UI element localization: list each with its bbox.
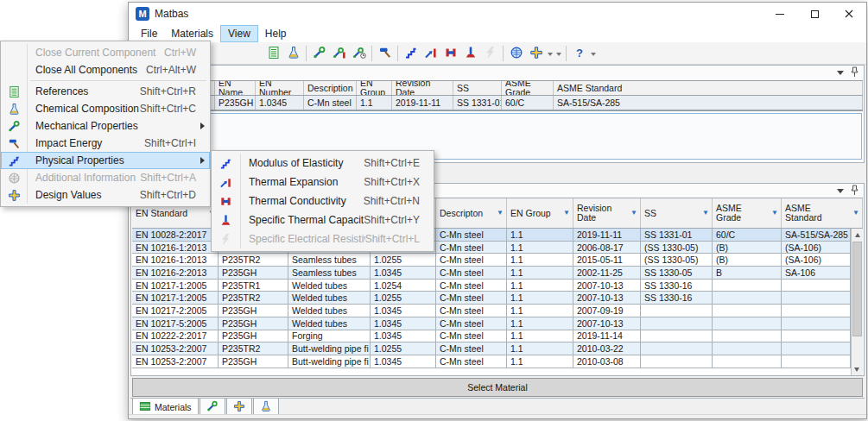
toolbar-dropdown-chevron-icon[interactable] [554,44,563,63]
menu-item-impact-energy[interactable]: Impact EnergyShift+Ctrl+I [1,135,210,152]
column-header-description[interactable]: Description [304,81,357,95]
references-button[interactable] [263,44,283,63]
pin-icon[interactable] [851,185,858,198]
column-header-descripton[interactable]: Descripton▼ [436,198,507,228]
thermal-expansion-button[interactable] [421,44,440,63]
close-button[interactable] [832,3,866,25]
menubar-item-file[interactable]: File [134,25,164,42]
filter-dropdown-icon[interactable]: ▼ [563,210,570,217]
column-header-asme-grade[interactable]: ASME Grade▼ [713,198,782,228]
column-header-en-group[interactable]: EN Group [357,81,392,95]
mechanical-properties-time-button[interactable] [349,44,369,63]
filter-dropdown-icon[interactable]: ▼ [497,210,504,217]
table-row[interactable]: EN 10253-2:2007P235GHButt-welding pipe f… [132,355,851,368]
specific-thermal-capacity-icon [464,46,478,61]
menu-separator [30,80,206,81]
mechanical-properties-temperature-icon [333,46,346,61]
panel-menu-chevron-icon[interactable] [837,189,844,193]
cell: 1.0255 [371,292,436,304]
table-row[interactable]: EN 10216-1:2013P235TR2Seamless tubes1.02… [132,254,851,267]
toolbar-dropdown-chevron-icon[interactable] [589,44,598,63]
menu-item-chemical-composition[interactable]: Chemical CompositionShift+Ctrl+C [1,100,210,117]
cell [713,280,782,292]
menu-item-label: Physical Properties [27,154,210,167]
chemical-composition-button[interactable] [283,44,303,63]
column-header-label: EN Name [219,81,243,95]
menubar-item-materials[interactable]: Materials [164,25,220,42]
column-header-revision-date[interactable]: Revision Date [392,81,453,95]
menu-item-thermal-expansion[interactable]: Thermal ExpansionShift+Ctrl+X [212,173,434,192]
additional-information-button[interactable] [506,44,526,63]
mechanical-properties-temperature-button[interactable] [329,44,349,63]
menu-item-thermal-conductivity[interactable]: Thermal ConductivityShift+Ctrl+N [212,192,434,210]
column-header-en-group[interactable]: EN Group▼ [507,198,573,228]
mechanical-icon [1,117,27,135]
scroll-down-icon[interactable] [854,368,859,372]
column-header-asme-grade[interactable]: ASME Grade [502,81,554,95]
cell: EN 10216-2:2013 [132,267,219,279]
menubar-item-help[interactable]: Help [258,25,294,42]
submenu-arrow-icon [200,123,205,129]
column-header-revision-date[interactable]: Revision Date▼ [573,198,641,228]
specific-thermal-capacity-button[interactable] [460,44,480,63]
help-button[interactable]: ? [569,44,589,63]
filter-dropdown-icon[interactable]: ▼ [852,210,859,217]
menu-item-modulus-of-elasticity[interactable]: Modulus of ElasticityShift+Ctrl+E [212,154,434,173]
menu-item-shortcut: Ctrl+Alt+W [146,64,210,76]
mechanical-icon [206,400,219,414]
menu-item-design-values[interactable]: Design ValuesShift+Ctrl+D [1,186,210,204]
toolbar-dropdown-chevron-icon[interactable] [546,44,554,63]
filter-dropdown-icon[interactable]: ▼ [630,210,637,217]
menu-item-label: Modulus of Elasticity [240,157,364,169]
cell: P235GH [219,317,288,330]
menu-item-specific-thermal-capacity[interactable]: Specific Thermal CapacityShift+Ctrl+Y [212,210,434,229]
maximize-button[interactable] [797,3,832,25]
column-header-ss[interactable]: SS▼ [641,198,713,228]
column-header-en-name[interactable]: EN Name [215,81,256,95]
thermal-conductivity-button[interactable] [440,44,460,63]
close-icon [845,9,853,18]
modulus-of-elasticity-button[interactable] [401,44,421,63]
table-row[interactable]: EN 10217-2:2005P235GHWelded tubes1.0345C… [132,305,851,317]
table-row[interactable]: EN 10217-1:2005P235TR2Welded tubes1.0255… [132,292,851,305]
cell: 1.0345 [256,96,304,110]
table-row[interactable]: EN 10253-2:2007P235TR2Butt-welding pipe … [132,342,851,355]
cell: 2002-11-25 [573,267,641,279]
cell: Butt-welding pipe fi [288,355,371,368]
scroll-up-button[interactable] [852,229,863,241]
column-header-asme-standard[interactable]: ASME Standard [554,81,863,95]
cell: 1.0255 [371,342,436,355]
cell [782,317,851,330]
cell: SA-515/SA-285 [554,96,863,110]
panel-menu-chevron-icon[interactable] [837,71,844,75]
cell: 1.1 [507,229,573,241]
vertical-scrollbar[interactable] [851,229,863,375]
column-header-ss[interactable]: SS [453,81,502,95]
mechanical-properties-button[interactable] [309,44,329,63]
table-row[interactable]: EN 10217-5:2005P235GHWelded tubes1.0345C… [132,317,851,330]
menu-item-physical-properties[interactable]: Physical Properties [1,152,210,169]
pin-icon[interactable] [851,66,858,79]
cell: P235TR2 [219,254,288,266]
minimize-button[interactable] [763,3,797,25]
design-values-button[interactable] [526,44,546,63]
menu-item-references[interactable]: ReferencesShift+Ctrl+R [1,83,210,100]
menu-item-label: Design Values [27,189,140,201]
filter-dropdown-icon[interactable]: ▼ [771,210,778,217]
table-row[interactable]: EN 10222-2:2017P235GHForging1.0345C-Mn s… [132,330,851,343]
select-material-button[interactable]: Select Material [132,378,863,397]
table-row[interactable]: EN 10216-2:2013P235GHSeamless tubes1.034… [132,267,851,280]
column-header-asme-standard[interactable]: ASME Standard▼ [782,198,863,228]
cell: 2007-09-19 [573,305,641,317]
filter-dropdown-icon[interactable]: ▼ [702,210,709,217]
column-header-label: EN Group [360,81,385,95]
column-header-en-number[interactable]: EN Number [256,81,304,95]
impact-energy-button[interactable] [375,44,395,63]
table-row[interactable]: EN 10217-1:2005P235TR1Welded tubes1.0254… [132,280,851,292]
scrollbar-thumb[interactable] [852,242,862,336]
table-row[interactable]: P235GH1.0345C-Mn steel1.12019-11-11SS 13… [132,96,863,110]
menubar-item-view[interactable]: View [220,25,258,42]
cell: Welded tubes [288,292,371,304]
menu-item-mechanical-properties[interactable]: Mechanical Properties [1,117,210,135]
menu-item-close-all-components[interactable]: Close All ComponentsCtrl+Alt+W [1,61,210,79]
